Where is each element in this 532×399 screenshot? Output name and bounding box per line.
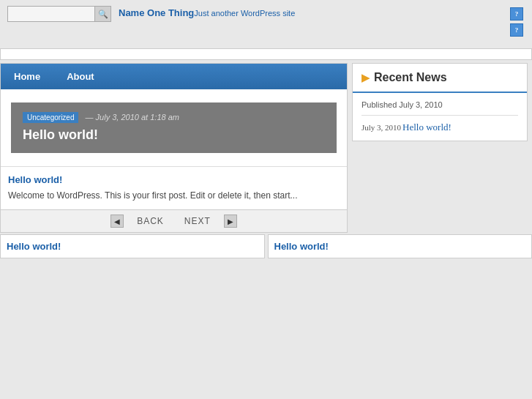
question-icon-2: ? [515, 26, 519, 34]
featured-post: Uncategorized — July 3, 2010 at 1:18 am … [11, 102, 337, 153]
site-title: Name One Thing [119, 7, 194, 18]
bottom-post-left-title[interactable]: Hello world! [7, 241, 258, 252]
bottom-strip: Hello world! Hello world! [0, 234, 532, 258]
sidebar-widget-recent-news: ▶ Recent News Published July 3, 2010 Jul… [352, 63, 528, 141]
post-category[interactable]: Uncategorized [23, 112, 78, 123]
bottom-post-left: Hello world! [0, 234, 265, 258]
recent-news-link[interactable]: Hello world! [402, 122, 452, 133]
post-preview-title[interactable]: Hello world! [8, 174, 340, 185]
post-preview-section: Hello world! Welcome to WordPress. This … [1, 166, 347, 209]
top-icons-container: ? ? [509, 6, 525, 38]
top-header: 🔍 Name One ThingJust another WordPress s… [0, 0, 532, 44]
search-container: 🔍 [7, 6, 111, 22]
back-prev-icon[interactable]: ◀ [110, 215, 124, 228]
bottom-post-right-title[interactable]: Hello world! [274, 241, 526, 252]
post-title: Hello world! [23, 127, 325, 143]
search-button[interactable]: 🔍 [95, 6, 111, 22]
bottom-post-right: Hello world! [268, 234, 533, 258]
content-inner: Uncategorized — July 3, 2010 at 1:18 am … [1, 89, 347, 166]
pagination-bar: ◀ BACK NEXT ▶ [1, 209, 347, 232]
nav-bar: Home About [1, 64, 347, 89]
post-meta: Uncategorized — July 3, 2010 at 1:18 am [23, 113, 325, 122]
search-icon: 🔍 [98, 10, 108, 19]
site-subtitle: Just another WordPress site [194, 9, 295, 18]
recent-news-item: July 3, 2010 Hello world! [361, 122, 518, 133]
next-label[interactable]: NEXT [177, 216, 218, 226]
sidebar: ▶ Recent News Published July 3, 2010 Jul… [352, 63, 528, 233]
sidebar-content: Published July 3, 2010 July 3, 2010 Hell… [353, 93, 527, 141]
content-area: Home About Uncategorized — July 3, 2010 … [0, 63, 348, 233]
post-date: — July 3, 2010 at 1:18 am [86, 113, 179, 122]
question-icon-1: ? [515, 10, 519, 18]
news-icon: ▶ [361, 72, 370, 83]
site-title-area: Name One ThingJust another WordPress sit… [111, 6, 509, 20]
main-layout: Home About Uncategorized — July 3, 2010 … [0, 63, 532, 233]
post-preview-text: Welcome to WordPress. This is your first… [8, 189, 340, 202]
recent-news-date: July 3, 2010 [361, 123, 401, 132]
nav-about[interactable]: About [53, 64, 108, 89]
top-white-bar [0, 48, 532, 60]
top-icon-1[interactable]: ? [510, 7, 523, 20]
sidebar-title-text: Recent News [374, 71, 447, 84]
back-label[interactable]: BACK [130, 216, 171, 226]
next-icon[interactable]: ▶ [224, 215, 237, 228]
sidebar-widget-title: ▶ Recent News [353, 64, 527, 93]
published-label: Published July 3, 2010 [361, 100, 518, 116]
search-input[interactable] [7, 6, 95, 22]
nav-home[interactable]: Home [1, 64, 53, 89]
top-icon-2[interactable]: ? [510, 23, 523, 37]
